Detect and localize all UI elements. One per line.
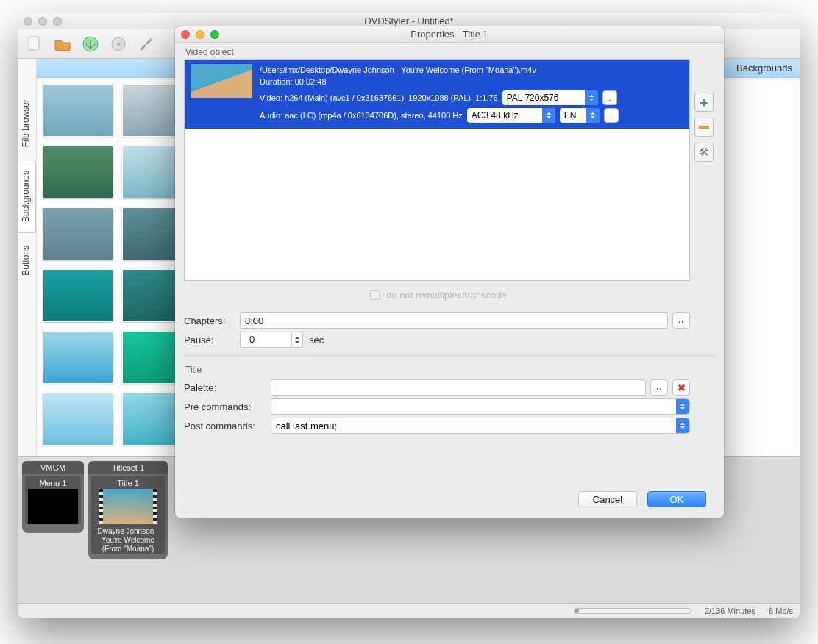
palette-input[interactable] bbox=[271, 379, 646, 396]
chevron-down-icon[interactable] bbox=[676, 418, 689, 433]
video-format-value: PAL 720x576 bbox=[507, 93, 559, 103]
background-thumb[interactable] bbox=[43, 207, 113, 260]
video-object-row[interactable]: /Users/imx/Desktop/Dwayne Johnson - You'… bbox=[185, 60, 689, 129]
pre-commands-combo[interactable] bbox=[271, 398, 690, 415]
timeline-titleset-group[interactable]: Titleset 1 Title 1 Dwayne Johnson - You'… bbox=[88, 461, 168, 559]
post-commands-input[interactable] bbox=[271, 418, 675, 433]
background-thumb[interactable] bbox=[43, 331, 113, 384]
pre-commands-label: Pre commands: bbox=[184, 401, 271, 412]
svg-point-3 bbox=[117, 43, 120, 46]
dialog-title: Properties - Title 1 bbox=[410, 29, 488, 40]
tab-backgrounds[interactable]: Backgrounds bbox=[18, 160, 36, 233]
chapters-browse-button[interactable]: .. bbox=[672, 312, 690, 329]
video-object-list[interactable]: /Users/imx/Desktop/Dwayne Johnson - You'… bbox=[184, 59, 690, 281]
traffic-close-icon[interactable] bbox=[24, 17, 32, 26]
side-tabs: File browser Backgrounds Buttons bbox=[18, 59, 37, 456]
spin-up-icon[interactable] bbox=[291, 333, 302, 340]
svg-rect-0 bbox=[29, 37, 39, 50]
pause-value: 0 bbox=[245, 334, 255, 345]
traffic-min-icon[interactable] bbox=[38, 17, 47, 26]
toolbar-burn-button[interactable] bbox=[106, 32, 131, 57]
tab-buttons[interactable]: Buttons bbox=[18, 235, 36, 287]
status-bar: 2/136 Minutes 8 Mb/s bbox=[18, 603, 800, 618]
no-remux-checkbox[interactable] bbox=[370, 290, 380, 300]
no-remux-row[interactable]: do not remultiplex/transcode bbox=[184, 285, 690, 310]
background-thumb[interactable] bbox=[43, 269, 113, 322]
timeline-vmgm-group[interactable]: VMGM Menu 1 bbox=[22, 461, 84, 533]
video-properties-button[interactable]: 🛠 bbox=[694, 143, 714, 162]
cancel-button[interactable]: Cancel bbox=[578, 491, 637, 507]
timeline-title-label: Title 1 bbox=[91, 479, 165, 487]
timeline-menu-thumb[interactable] bbox=[28, 489, 78, 524]
timeline-title-caption: Dwayne Johnson - You're Welcome (From "M… bbox=[91, 527, 165, 554]
dialog-traffic-lights[interactable] bbox=[181, 30, 219, 39]
properties-dialog: Properties - Title 1 Video object /Users… bbox=[175, 26, 724, 518]
post-commands-label: Post commands: bbox=[184, 421, 271, 432]
dialog-min-icon[interactable] bbox=[196, 30, 204, 39]
timeline-menu-label: Menu 1 bbox=[25, 479, 81, 487]
minus-icon bbox=[699, 126, 709, 129]
pause-unit: sec bbox=[309, 334, 324, 346]
audio-options-button[interactable]: . bbox=[604, 108, 619, 123]
status-minutes: 2/136 Minutes bbox=[705, 607, 755, 615]
x-icon: ✖ bbox=[677, 382, 686, 393]
audio-lang-value: EN bbox=[564, 110, 577, 121]
pre-commands-input[interactable] bbox=[271, 399, 675, 414]
title-group-label: Title bbox=[184, 360, 690, 376]
main-traffic-lights[interactable] bbox=[24, 17, 62, 26]
pause-label: Pause: bbox=[184, 334, 240, 346]
dialog-buttons: Cancel OK bbox=[578, 491, 706, 507]
status-bitrate: 8 Mb/s bbox=[769, 607, 793, 615]
remove-video-button[interactable] bbox=[694, 118, 714, 137]
chevron-down-icon[interactable] bbox=[676, 399, 689, 414]
video-meta: /Users/imx/Desktop/Dwayne Johnson - You'… bbox=[260, 64, 683, 123]
chapters-label: Chapters: bbox=[184, 315, 240, 326]
main-window-title: DVDStyler - Untitled* bbox=[364, 15, 453, 26]
video-thumb bbox=[191, 64, 252, 98]
background-thumb[interactable] bbox=[43, 84, 113, 137]
video-stream-info: Video: h264 (Main) (avc1 / 0x31637661), … bbox=[260, 92, 498, 104]
toolbar-settings-button[interactable] bbox=[134, 32, 159, 57]
video-path: /Users/imx/Desktop/Dwayne Johnson - You'… bbox=[260, 64, 683, 76]
audio-format-value: AC3 48 kHz bbox=[472, 110, 519, 121]
pause-spinner[interactable]: 0 bbox=[240, 332, 303, 348]
no-remux-label: do not remultiplex/transcode bbox=[386, 290, 506, 301]
toolbar-new-button[interactable] bbox=[22, 32, 47, 57]
background-thumb[interactable] bbox=[43, 146, 113, 198]
dialog-close-icon[interactable] bbox=[181, 30, 190, 39]
audio-lang-select[interactable]: EN bbox=[560, 108, 600, 123]
audio-format-select[interactable]: AC3 48 kHz bbox=[467, 108, 555, 123]
video-object-label: Video object bbox=[175, 43, 724, 59]
palette-browse-button[interactable]: .. bbox=[650, 379, 668, 396]
toolbar-save-button[interactable] bbox=[78, 32, 103, 57]
chapters-input[interactable] bbox=[240, 312, 668, 329]
tab-file-browser[interactable]: File browser bbox=[18, 88, 36, 158]
post-commands-combo[interactable] bbox=[271, 418, 690, 434]
video-duration: Duration: 00:02:48 bbox=[260, 76, 683, 87]
video-options-button[interactable]: . bbox=[602, 90, 617, 105]
audio-stream-info: Audio: aac (LC) (mp4a / 0x6134706D), ste… bbox=[260, 110, 463, 121]
video-format-select[interactable]: PAL 720x576 bbox=[502, 90, 598, 105]
spin-down-icon[interactable] bbox=[291, 340, 302, 346]
timeline-title-thumb[interactable] bbox=[103, 489, 153, 524]
plus-icon: ＋ bbox=[697, 96, 711, 109]
video-side-buttons: ＋ 🛠 bbox=[694, 93, 714, 162]
add-video-button[interactable]: ＋ bbox=[694, 93, 714, 112]
palette-label: Palette: bbox=[184, 382, 271, 393]
timeline-titleset-label: Titleset 1 bbox=[88, 461, 168, 474]
dialog-titlebar: Properties - Title 1 bbox=[175, 26, 724, 43]
timeline-vmgm-label: VMGM bbox=[22, 461, 84, 474]
dialog-max-icon[interactable] bbox=[210, 30, 219, 39]
wrench-icon: 🛠 bbox=[699, 146, 709, 158]
toolbar-open-button[interactable] bbox=[50, 32, 75, 57]
ok-button[interactable]: OK bbox=[647, 491, 706, 507]
palette-clear-button[interactable]: ✖ bbox=[672, 379, 690, 396]
background-thumb[interactable] bbox=[43, 393, 113, 446]
traffic-max-icon[interactable] bbox=[53, 17, 62, 26]
status-progress bbox=[574, 608, 691, 614]
